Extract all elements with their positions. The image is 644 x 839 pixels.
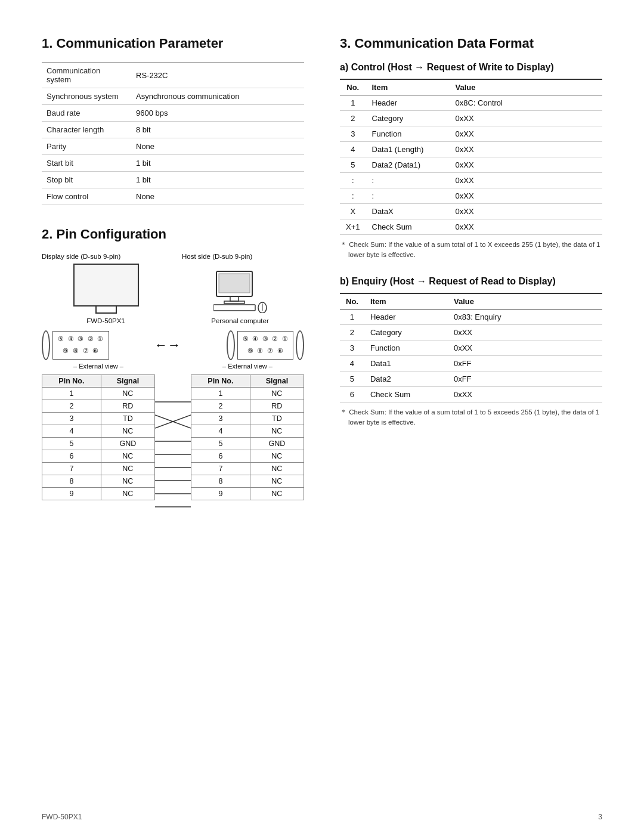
param-row: ParityNone [42, 138, 304, 155]
data-row: 1Header0x8C: Control [340, 95, 602, 111]
right-pin-table: Pin No.Signal1NC2RD3TD4NC5GND6NC7NC8NC9N… [191, 374, 304, 500]
pin-row: 8NC [191, 475, 304, 488]
monitor-diagram: FWD-50PX1 [42, 264, 170, 324]
host-side-label: Host side (D-sub 9-pin) [182, 253, 304, 260]
data-row: 5Data20xFF [340, 371, 602, 386]
section3b-title: b) Enquiry (Host → Request of Read to Di… [340, 276, 602, 287]
data-row: 1Header0x83: Enquiry [340, 309, 602, 324]
pin-row: 3TD [191, 413, 304, 425]
pin-row: 1NC [42, 388, 155, 400]
pin-row: 1NC [191, 388, 304, 400]
param-value: None [131, 138, 304, 155]
right-column: 3. Communication Data Format a) Control … [340, 36, 602, 522]
pin-row: 9NC [191, 488, 304, 500]
svg-rect-2 [230, 296, 239, 301]
param-row: Communication systemRS-232C [42, 63, 304, 88]
computer-name: Personal computer [211, 317, 269, 324]
param-value: 9600 bps [131, 105, 304, 122]
pin-row: 5GND [42, 438, 155, 450]
pin-row: 7NC [191, 463, 304, 475]
param-value: Asynchronous communication [131, 88, 304, 105]
page: 1. Communication Parameter Communication… [0, 0, 644, 570]
pin-row: 2RD [42, 400, 155, 413]
section3b: b) Enquiry (Host → Request of Read to Di… [340, 276, 602, 428]
table-enquiry: No.ItemValue1Header0x83: Enquiry2Categor… [340, 293, 602, 403]
display-side-label: Display side (D-sub 9-pin) [42, 253, 164, 260]
param-value: 8 bit [131, 122, 304, 138]
pin-row: 8NC [42, 475, 155, 488]
section3-title: 3. Communication Data Format [340, 36, 602, 51]
svg-rect-3 [224, 301, 244, 304]
data-row: XDataX0xXX [340, 204, 602, 219]
pin-row: 2RD [191, 400, 304, 413]
right-connector: ⑤ ④ ③ ② ① ⑨ ⑧ ⑦ ⑥ [227, 330, 305, 360]
pc-icon [213, 270, 267, 313]
pin-section: Display side (D-sub 9-pin) Host side (D-… [42, 253, 304, 522]
data-row: 3Function0xXX [340, 126, 602, 142]
connection-arrow: ←→ [109, 338, 227, 353]
ext-label-right: – External view – [191, 363, 304, 370]
param-value: 1 bit [131, 155, 304, 172]
right-pin-display: ⑤ ④ ③ ② ① ⑨ ⑧ ⑦ ⑥ [237, 331, 294, 360]
pin-row: 3TD [42, 413, 155, 425]
param-name: Start bit [42, 155, 131, 172]
param-value: RS-232C [131, 63, 304, 88]
pc-diagram: Personal computer [176, 270, 304, 324]
param-name: Parity [42, 138, 131, 155]
param-row: Start bit1 bit [42, 155, 304, 172]
param-name: Baud rate [42, 105, 131, 122]
footer: FWD-50PX1 3 [42, 813, 602, 821]
pin-row: 6NC [42, 450, 155, 463]
data-row: X+1Check Sum0xXX [340, 219, 602, 235]
data-row: 3Function0xXX [340, 340, 602, 355]
left-connector: ⑤ ④ ③ ② ① ⑨ ⑧ ⑦ ⑥ [42, 330, 109, 360]
section1-title: 1. Communication Parameter [42, 36, 304, 51]
data-row: 2Category0xXX [340, 324, 602, 340]
param-value: 1 bit [131, 172, 304, 188]
section2-title: 2. Pin Configuration [42, 227, 304, 242]
param-row: Stop bit1 bit [42, 172, 304, 188]
pin-row: 7NC [42, 463, 155, 475]
pin-row: 5GND [191, 438, 304, 450]
param-value: None [131, 188, 304, 205]
data-row: 5Data2 (Data1)0xXX [340, 157, 602, 173]
param-name: Communication system [42, 63, 131, 88]
data-row: 4Data1 (Length)0xXX [340, 142, 602, 157]
pin-row: 9NC [42, 488, 155, 500]
ext-label-left: – External view – [42, 363, 155, 370]
param-row: Synchronous systemAsynchronous communica… [42, 88, 304, 105]
param-name: Stop bit [42, 172, 131, 188]
svg-rect-1 [219, 274, 250, 293]
svg-rect-4 [213, 305, 255, 311]
note-enquiry: ＊ Check Sum: If the value of a sum total… [340, 407, 602, 428]
param-row: Flow controlNone [42, 188, 304, 205]
data-row: ::0xXX [340, 188, 602, 204]
pin-row: 6NC [191, 450, 304, 463]
param-name: Flow control [42, 188, 131, 205]
param-row: Baud rate9600 bps [42, 105, 304, 122]
footer-right: 3 [598, 813, 602, 821]
note-control: ＊ Check Sum: If the value of a sum total… [340, 240, 602, 261]
section3a-title: a) Control (Host → Request of Write to D… [340, 62, 602, 73]
data-row: 4Data10xFF [340, 355, 602, 371]
pin-tables-container: Pin No.Signal1NC2RD3TD4NC5GND6NC7NC8NC9N… [42, 374, 304, 522]
device-name: FWD-50PX1 [86, 317, 125, 324]
footer-left: FWD-50PX1 [42, 813, 82, 821]
param-name: Character length [42, 122, 131, 138]
param-row: Character length8 bit [42, 122, 304, 138]
section3a: a) Control (Host → Request of Write to D… [340, 62, 602, 261]
table-control: No.ItemValue1Header0x8C: Control2Categor… [340, 79, 602, 235]
data-row: 6Check Sum0xXX [340, 386, 602, 402]
data-row: ::0xXX [340, 173, 602, 188]
param-table: Communication systemRS-232CSynchronous s… [42, 62, 304, 205]
left-column: 1. Communication Parameter Communication… [42, 36, 304, 522]
pin-row: 4NC [191, 425, 304, 438]
left-pin-display: ⑤ ④ ③ ② ① ⑨ ⑧ ⑦ ⑥ [52, 331, 109, 360]
pin-row: 4NC [42, 425, 155, 438]
crossover-wire [155, 391, 191, 522]
param-name: Synchronous system [42, 88, 131, 105]
data-row: 2Category0xXX [340, 111, 602, 126]
left-pin-table: Pin No.Signal1NC2RD3TD4NC5GND6NC7NC8NC9N… [42, 374, 155, 500]
